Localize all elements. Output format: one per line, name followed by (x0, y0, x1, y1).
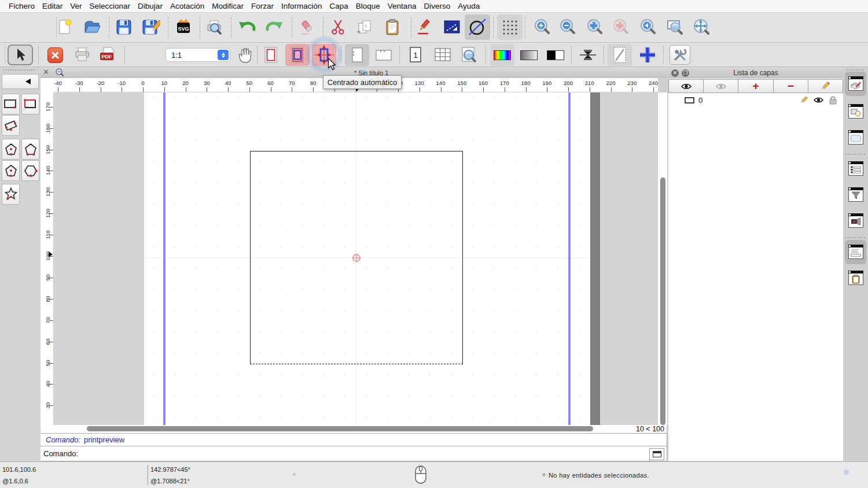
show-all-layers-button[interactable] (668, 79, 704, 93)
tooltip: Centrado automático (323, 75, 402, 89)
grid-toggle-button[interactable] (497, 14, 523, 40)
undo-button[interactable] (234, 14, 260, 40)
ruler-tick (101, 87, 101, 92)
tab-close-icon[interactable]: ✕ (43, 68, 49, 76)
polygon-center-tangent-tool[interactable] (2, 160, 20, 181)
layer-list-dock-button[interactable] (845, 72, 866, 96)
clipboard-dock-button[interactable] (845, 266, 866, 290)
command-options-button[interactable] (649, 448, 664, 460)
new-document-button[interactable] (53, 14, 78, 40)
layer-visible-eye-icon[interactable] (813, 96, 824, 104)
window-icon (653, 451, 661, 457)
zoom-auto-button[interactable] (582, 14, 608, 40)
blackwhite-mode-button[interactable] (543, 44, 568, 66)
single-page-button[interactable]: 1 (403, 44, 428, 66)
copy-button[interactable] (352, 14, 378, 40)
paste-button[interactable] (380, 14, 405, 40)
polygon-2corners-tool[interactable] (21, 139, 39, 160)
menu-item-seleccionar[interactable]: Seleccionar (90, 2, 131, 10)
menu-item-fichero[interactable]: Fichero (9, 2, 35, 10)
rectangle-3points-tool[interactable] (21, 94, 39, 114)
rotated-rectangle-tool[interactable] (2, 115, 20, 136)
polygon-center-corner-tool[interactable] (2, 139, 20, 160)
menu-item-ventana[interactable]: Ventana (388, 2, 417, 10)
command-widget-dock-button[interactable] (845, 209, 866, 233)
save-button[interactable] (111, 14, 137, 40)
drawing-canvas[interactable] (54, 93, 658, 425)
measure-distance-button[interactable] (439, 14, 465, 40)
pdf-export-button[interactable]: PDF (95, 44, 120, 66)
zoom-previous-button[interactable] (635, 14, 661, 40)
page-borders-button[interactable] (259, 44, 283, 66)
portrait-page-button[interactable] (345, 44, 369, 66)
print-button[interactable] (70, 44, 94, 66)
add-layer-button[interactable]: + (738, 79, 773, 93)
star-tool[interactable] (2, 184, 20, 205)
remove-layer-button[interactable]: − (774, 79, 808, 93)
menu-item-modificar[interactable]: Modificar (212, 2, 244, 10)
rectangle-2points-tool[interactable] (2, 94, 20, 114)
menu-item-diverso[interactable]: Diverso (424, 2, 450, 10)
save-as-button[interactable] (138, 14, 164, 40)
options-button[interactable] (670, 45, 690, 65)
layer-lock-icon[interactable] (829, 95, 837, 105)
fit-to-page-button[interactable] (285, 44, 310, 66)
line-width-button[interactable] (576, 44, 600, 66)
palette-back-button[interactable] (2, 74, 39, 89)
library-browser-dock-button[interactable] (845, 125, 866, 150)
zoom-out-button[interactable] (555, 14, 580, 40)
menu-item-forzar[interactable]: Forzar (251, 2, 274, 10)
ruler-top-label: 70 (289, 80, 295, 86)
print-preview-button[interactable] (202, 14, 227, 40)
circle-line-button[interactable] (465, 14, 490, 40)
panel-undock-icon[interactable]: ❐ (682, 69, 689, 77)
vertical-scrollbar-thumb[interactable] (660, 178, 665, 425)
delete-entities-button[interactable] (295, 14, 320, 40)
draw-pen-button[interactable] (411, 14, 437, 40)
edit-layer-button[interactable] (808, 79, 843, 93)
zoom-selected-button[interactable] (608, 14, 634, 40)
command-line-dock-button[interactable] (845, 240, 866, 264)
menu-item-ver[interactable]: Ver (70, 2, 82, 10)
draft-mode-button[interactable] (608, 44, 632, 66)
layer-edit-pencil-icon[interactable] (799, 95, 808, 105)
vertical-scrollbar[interactable] (658, 93, 667, 425)
center-cross-button[interactable] (635, 44, 660, 66)
svg-export-button[interactable]: SVG (171, 14, 196, 40)
menu-item-acotacion[interactable]: Acotación (170, 2, 204, 10)
redo-button[interactable] (262, 14, 287, 40)
open-file-button[interactable] (79, 14, 105, 40)
multi-page-button[interactable] (431, 44, 455, 66)
pan-hand-button[interactable] (233, 44, 257, 66)
landscape-page-button[interactable] (372, 44, 396, 66)
zoom-pan-button[interactable] (689, 14, 715, 40)
menu-item-editar[interactable]: Editar (42, 2, 62, 10)
horizontal-scrollbar[interactable]: 10 < 100 (41, 425, 667, 433)
scale-combobox[interactable]: 1:1 (165, 48, 230, 62)
menu-item-capa[interactable]: Capa (330, 2, 348, 10)
layer-row-0[interactable]: 0 (668, 94, 843, 106)
menu-item-ayuda[interactable]: Ayuda (458, 2, 480, 10)
cut-button[interactable] (325, 14, 351, 40)
menu-item-bloque[interactable]: Bloque (356, 2, 380, 10)
select-arrow-button[interactable] (8, 45, 33, 65)
horizontal-scrollbar-thumb[interactable] (87, 426, 593, 431)
close-print-preview-button[interactable] (43, 44, 67, 66)
filter-dock-button[interactable] (845, 183, 866, 207)
ruler-top-label: 40 (225, 80, 231, 86)
panel-close-icon[interactable]: ✕ (671, 69, 679, 77)
entity-info-dock-button[interactable] (845, 157, 866, 181)
command-line[interactable]: Comando: (41, 446, 667, 461)
menu-item-dibujar[interactable]: Dibujar (138, 2, 163, 10)
hexagon-tool[interactable] (21, 160, 39, 181)
preview-zoom-button[interactable] (457, 44, 481, 66)
menu-item-informacion[interactable]: Información (281, 2, 322, 10)
tooltip-text: Centrado automático (328, 78, 398, 87)
color-mode-button[interactable] (490, 44, 514, 66)
zoom-window-button[interactable] (663, 14, 688, 40)
block-list-dock-button[interactable] (845, 99, 866, 124)
layer-panel-toolbar: + − (668, 79, 843, 93)
show-construction-layers-button[interactable] (704, 79, 738, 93)
zoom-in-button[interactable] (529, 14, 555, 40)
grayscale-mode-button[interactable] (517, 44, 541, 66)
